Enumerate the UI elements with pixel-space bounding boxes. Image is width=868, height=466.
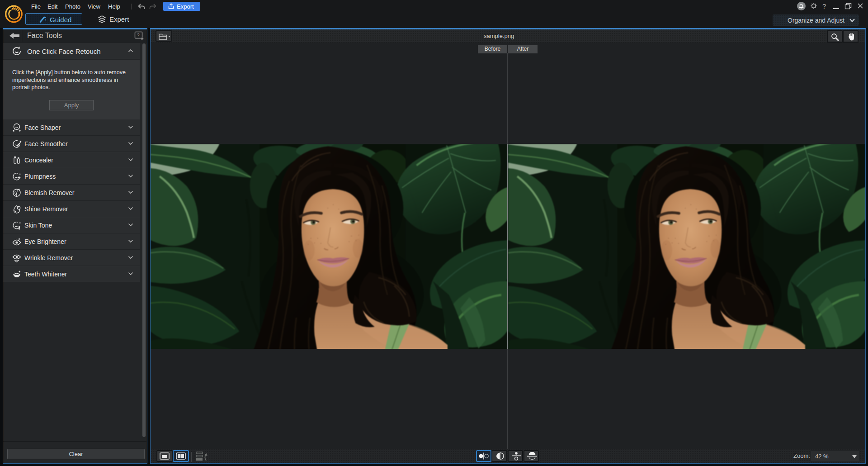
svg-text:?: ? xyxy=(137,33,140,38)
